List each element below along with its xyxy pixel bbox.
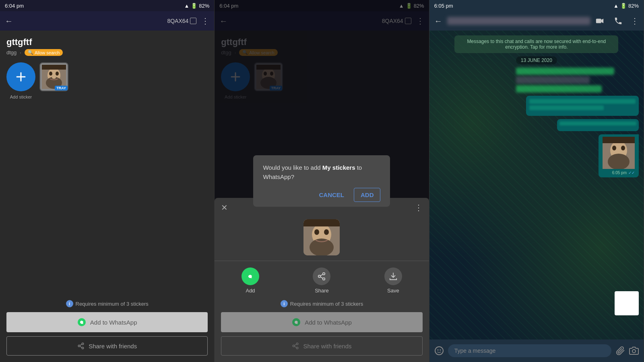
sheet-close-button[interactable]: ✕ <box>221 203 228 212</box>
requires-notice-1: i Requires minimum of 3 stickers <box>6 300 208 307</box>
svg-point-7 <box>52 76 56 79</box>
svg-point-38 <box>297 347 299 349</box>
share-friends-button-2[interactable]: Share with friends <box>221 336 422 356</box>
sheet-preview <box>215 217 429 257</box>
dialog-actions: CANCEL ADD <box>263 188 380 202</box>
status-bar-1: 6:04 pm ▲ 🔋 82% <box>0 0 214 11</box>
voice-call-icon[interactable] <box>614 16 623 25</box>
svg-rect-41 <box>596 19 601 23</box>
pack-meta-1: dtgg · 🔍 Allow search <box>6 49 208 56</box>
message-input[interactable] <box>448 344 611 357</box>
camera-icon[interactable] <box>629 346 639 356</box>
svg-point-50 <box>437 350 438 351</box>
svg-point-46 <box>612 146 616 150</box>
signal-icon-1: ▲ <box>184 3 189 9</box>
attachment-icon[interactable] <box>615 346 625 356</box>
video-call-icon[interactable] <box>595 16 604 25</box>
status-icons-3: ▲ 🔋 82% <box>613 3 639 9</box>
whatsapp-add-circle <box>242 267 259 285</box>
svg-point-49 <box>435 347 443 355</box>
app-bar-1: ← 8QAX64 ⋮ <box>0 11 214 31</box>
device-link-icon-1 <box>190 18 196 24</box>
sheet-share-label: Share <box>315 288 329 294</box>
save-circle <box>384 267 402 285</box>
svg-point-12 <box>82 347 84 349</box>
add-whatsapp-button-1[interactable]: Add to WhatsApp <box>6 312 208 332</box>
chat-back-arrow[interactable]: ← <box>434 16 442 26</box>
svg-line-33 <box>320 277 323 278</box>
svg-line-13 <box>80 346 82 348</box>
panel-1: 6:04 pm ▲ 🔋 82% ← 8QAX64 ⋮ gttgftf dtgg … <box>0 0 215 362</box>
svg-point-25 <box>310 239 334 255</box>
svg-rect-48 <box>603 137 635 143</box>
svg-marker-42 <box>601 19 604 23</box>
share-icon-2 <box>292 342 299 350</box>
white-square-overlay <box>615 291 639 315</box>
svg-rect-28 <box>303 219 340 226</box>
panel-3: 6:05 pm ▲ 🔋 82% ← ⋮ Messages to this cha… <box>429 0 644 362</box>
battery-icon-3: 🔋 <box>620 3 627 9</box>
dialog-add-button[interactable]: ADD <box>354 188 381 202</box>
bottom-section-1: i Requires minimum of 3 stickers Add to … <box>0 294 214 362</box>
chat-more-menu[interactable]: ⋮ <box>631 16 639 26</box>
sticker-pack-content-1: gttgftf dtgg · 🔍 Allow search Add sticke… <box>0 31 214 294</box>
add-whatsapp-button-2[interactable]: Add to WhatsApp <box>221 312 422 332</box>
svg-point-36 <box>297 343 299 345</box>
svg-point-30 <box>323 273 325 275</box>
bubble-time: 6:05 pm <box>612 171 627 175</box>
svg-point-11 <box>78 345 80 347</box>
sheet-more-menu[interactable]: ⋮ <box>415 203 423 212</box>
svg-point-37 <box>293 345 295 347</box>
dialog-cancel-button[interactable]: CANCEL <box>316 188 347 202</box>
back-arrow-1[interactable]: ← <box>5 16 13 26</box>
svg-point-51 <box>440 350 441 351</box>
bubble-ticks: ✓✓ <box>628 171 635 175</box>
contact-name-blurred <box>447 17 590 25</box>
chat-input-bar <box>429 339 644 362</box>
sheet-add-label: Add <box>246 288 255 294</box>
battery-pct-1: 82% <box>199 3 209 9</box>
bubble-face-svg <box>603 137 635 169</box>
svg-line-34 <box>320 274 323 276</box>
sheet-action-share[interactable]: Share <box>313 267 330 294</box>
confirm-dialog: Would you like to add My stickers to Wha… <box>253 155 390 207</box>
sticker-bubble: 6:05 pm ✓✓ <box>599 134 639 177</box>
whatsapp-icon-2 <box>292 318 301 327</box>
plus-icon-1 <box>14 70 27 83</box>
svg-line-39 <box>295 346 297 348</box>
time-3: 6:05 pm <box>434 3 453 9</box>
svg-point-31 <box>318 275 321 278</box>
add-sticker-button-1[interactable] <box>6 62 35 91</box>
device-code-1: 8QAX64 <box>167 18 196 24</box>
encryption-notice[interactable]: Messages to this chat and calls are now … <box>454 35 618 53</box>
bubble-meta: 6:05 pm ✓✓ <box>603 171 635 175</box>
dialog-text: Would you like to add My stickers to Wha… <box>263 163 380 181</box>
more-menu-1[interactable]: ⋮ <box>201 16 209 26</box>
info-icon-2: i <box>281 300 288 307</box>
share-friends-button-1[interactable]: Share with friends <box>6 336 208 356</box>
chat-area: Messages to this chat and calls are now … <box>429 31 644 339</box>
share-sheet-icon <box>317 272 326 281</box>
sheet-face-svg <box>303 219 340 255</box>
pack-title-1: gttgftf <box>6 37 208 47</box>
blur-msg-3 <box>516 85 602 93</box>
share-circle <box>313 267 330 285</box>
sheet-action-add[interactable]: Add <box>242 267 259 294</box>
face-svg-1 <box>42 65 66 89</box>
signal-icon-3: ▲ <box>613 3 619 9</box>
svg-point-5 <box>49 72 52 76</box>
sticker-grid-1: Add sticker TRAY <box>6 62 208 99</box>
svg-point-26 <box>314 229 319 235</box>
allow-search-badge-1[interactable]: 🔍 Allow search <box>25 49 63 56</box>
svg-point-47 <box>621 146 625 150</box>
svg-point-52 <box>632 350 636 353</box>
date-badge: 13 JUNE 2020 <box>516 56 557 64</box>
bottom-sheet-2: ✕ ⋮ <box>215 198 429 362</box>
teal-msg-block-2 <box>557 119 639 131</box>
share-icon-1 <box>77 342 85 350</box>
sticker-thumb-1[interactable]: TRAY <box>39 62 68 91</box>
pack-author-1: dtgg <box>6 49 17 56</box>
info-icon-1: i <box>66 300 73 307</box>
sheet-action-save[interactable]: Save <box>384 267 402 294</box>
emoji-icon[interactable] <box>434 346 444 356</box>
